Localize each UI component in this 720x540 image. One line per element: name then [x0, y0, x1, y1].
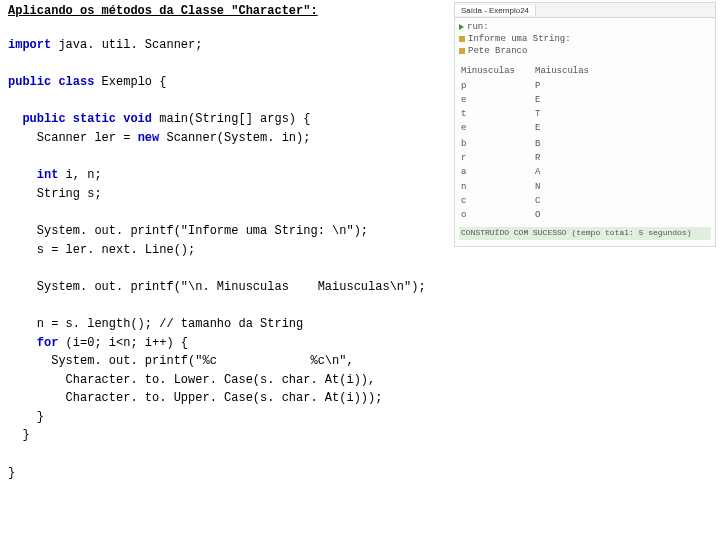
table-cell: a: [461, 166, 533, 178]
table-cell: e: [461, 122, 533, 134]
code-text: System. out. printf("\n. Minusculas Maiu…: [8, 280, 426, 294]
code-text: Scanner ler =: [8, 131, 138, 145]
table-cell: p: [461, 80, 533, 92]
table-row: rR: [461, 152, 607, 164]
table-cell: e: [461, 94, 533, 106]
table-row: oO: [461, 209, 607, 221]
code-text: }: [8, 410, 44, 424]
kw-publicclass: public class: [8, 75, 94, 89]
table-cell: E: [535, 122, 607, 134]
table-row: eE: [461, 122, 607, 134]
table-cell: P: [535, 80, 607, 92]
table-row: eE: [461, 94, 607, 106]
kw-int: int: [8, 168, 58, 182]
code-text: }: [8, 466, 15, 480]
code-text: i, n;: [58, 168, 101, 182]
code-text: (i=0; i<n; i++) {: [58, 336, 188, 350]
col-header: Minusculas: [461, 65, 533, 77]
kw-for: for: [8, 336, 58, 350]
code-text: System. out. printf("%c %c\n",: [8, 354, 354, 368]
table-row: tT: [461, 108, 607, 120]
table-row: bB: [461, 138, 607, 150]
code-text: System. out. printf("Informe uma String:…: [8, 224, 368, 238]
output-input: Pete Branco: [468, 45, 527, 57]
table-row: nN: [461, 181, 607, 193]
code-text: Exemplo {: [94, 75, 166, 89]
table-cell: b: [461, 138, 533, 150]
build-success: CONSTRUÍDO COM SUCESSO (tempo total: 5 s…: [459, 227, 711, 240]
code-text: Character. to. Lower. Case(s. char. At(i…: [8, 373, 375, 387]
table-row: cC: [461, 195, 607, 207]
table-cell: c: [461, 195, 533, 207]
code-text: n = s. length(); // tamanho da String: [8, 317, 303, 331]
output-panel: Saída - Exemplo24 run: Informe uma Strin…: [454, 2, 716, 247]
code-text: }: [8, 428, 30, 442]
run-icon: [459, 24, 464, 30]
table-cell: A: [535, 166, 607, 178]
code-text: Scanner(System. in);: [159, 131, 310, 145]
output-prompt: Informe uma String:: [468, 33, 571, 45]
code-text: main(String[] args) {: [152, 112, 310, 126]
code-text: String s;: [8, 187, 102, 201]
table-cell: o: [461, 209, 533, 221]
table-cell: r: [461, 152, 533, 164]
table-cell: T: [535, 108, 607, 120]
table-cell: n: [461, 181, 533, 193]
kw-new: new: [138, 131, 160, 145]
kw-method: public static void: [8, 112, 152, 126]
output-tabbar: Saída - Exemplo24: [455, 3, 715, 18]
output-run: run:: [467, 21, 489, 33]
table-cell: R: [535, 152, 607, 164]
input-icon: [459, 48, 465, 54]
kw-import: import: [8, 38, 51, 52]
table-cell: t: [461, 108, 533, 120]
table-row: aA: [461, 166, 607, 178]
code-text: s = ler. next. Line();: [8, 243, 195, 257]
table-cell: B: [535, 138, 607, 150]
table-row: pP: [461, 80, 607, 92]
code-text: java. util. Scanner;: [51, 38, 202, 52]
code-text: Character. to. Upper. Case(s. char. At(i…: [8, 391, 382, 405]
table-cell: C: [535, 195, 607, 207]
table-cell: O: [535, 209, 607, 221]
table-cell: N: [535, 181, 607, 193]
output-body: run: Informe uma String: Pete Branco Min…: [455, 18, 715, 246]
col-header: Maiusculas: [535, 65, 607, 77]
input-icon: [459, 36, 465, 42]
output-table: MinusculasMaiusculas pPeEtTeE bBrRaAnNcC…: [459, 63, 609, 223]
table-cell: E: [535, 94, 607, 106]
output-tab[interactable]: Saída - Exemplo24: [455, 5, 536, 16]
